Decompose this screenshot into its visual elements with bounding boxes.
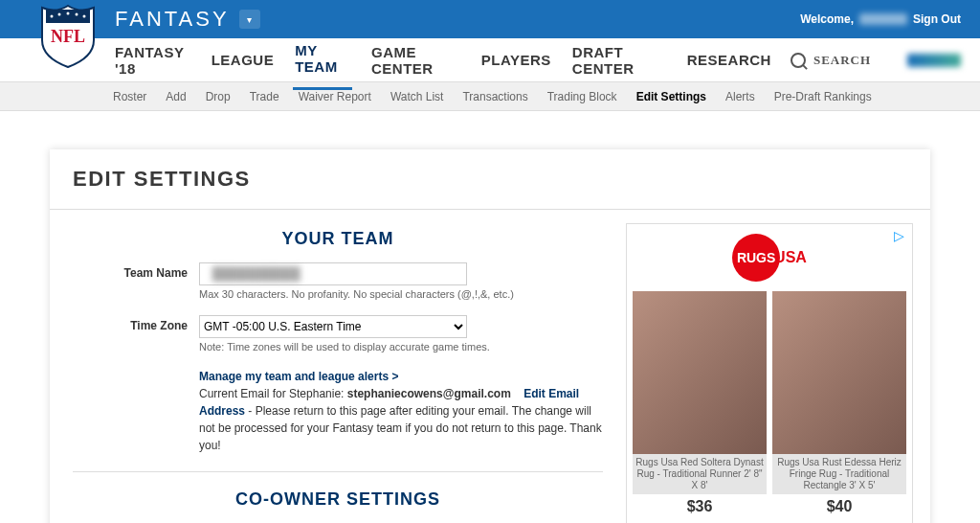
time-zone-select[interactable]: GMT -05:00 U.S. Eastern Time [199, 315, 467, 338]
ad-logo[interactable]: RUGSUSA [633, 234, 906, 282]
ad-item-2[interactable]: Rugs Usa Rust Edessa Heriz Fringe Rug - … [772, 291, 906, 515]
time-zone-label: Time Zone [73, 315, 188, 364]
svg-point-6 [83, 15, 86, 18]
card-body: YOUR TEAM Team Name ██████████ Max 30 ch… [50, 210, 930, 523]
ad-image-1 [633, 291, 767, 454]
section-co-owner: CO-OWNER SETTINGS [73, 489, 603, 510]
nav-my-team[interactable]: MY TEAM [293, 30, 352, 90]
nav-fantasy18[interactable]: FANTASY '18 [113, 32, 192, 89]
svg-point-5 [76, 13, 78, 16]
time-zone-hint: Note: Time zones will be used to display… [199, 341, 603, 352]
search-label: SEARCH [813, 53, 871, 68]
svg-point-2 [51, 15, 54, 18]
brand-dropdown-button[interactable]: ▾ [239, 10, 260, 29]
ad-price-1: $36 [633, 498, 767, 515]
svg-text:NFL: NFL [51, 27, 85, 46]
divider [73, 471, 603, 472]
ad-price-2: $40 [772, 498, 906, 515]
manage-alerts-link[interactable]: Manage my team and league alerts > [199, 368, 603, 385]
page-title: EDIT SETTINGS [50, 149, 930, 210]
nfl-shield-icon[interactable]: NFL [40, 4, 96, 69]
nav-league[interactable]: LEAGUE [210, 39, 277, 80]
search-icon [791, 53, 806, 68]
ad-image-2 [772, 291, 906, 454]
page: EDIT SETTINGS YOUR TEAM Team Name ██████… [0, 111, 980, 523]
subnav-edit-settings[interactable]: Edit Settings [636, 90, 706, 103]
settings-card: EDIT SETTINGS YOUR TEAM Team Name ██████… [50, 149, 930, 523]
welcome-label: Welcome, [800, 12, 854, 26]
subnav-roster[interactable]: Roster [113, 90, 146, 103]
nav-draft-center[interactable]: DRAFT CENTER [570, 32, 668, 89]
logo-zone: NFL [0, 0, 96, 38]
current-team-badge[interactable] [907, 54, 961, 67]
subnav-waiver-report[interactable]: Waiver Report [299, 90, 371, 103]
ad-title-1: Rugs Usa Red Soltera Dynast Rug - Tradit… [633, 454, 767, 494]
nav-research[interactable]: RESEARCH [685, 39, 773, 80]
svg-point-3 [58, 13, 61, 16]
email-info-text: Current Email for Stephanie: stephanieco… [199, 385, 603, 454]
subnav-transactions[interactable]: Transactions [462, 90, 527, 103]
sign-out-link[interactable]: Sign Out [913, 12, 961, 26]
chevron-down-icon: ▾ [247, 14, 252, 25]
search-button[interactable]: SEARCH [791, 53, 871, 68]
nav-players[interactable]: PLAYERS [479, 39, 553, 80]
ad-item-1[interactable]: Rugs Usa Red Soltera Dynast Rug - Tradit… [633, 291, 767, 515]
team-name-label: Team Name [73, 262, 188, 311]
subnav-add[interactable]: Add [166, 90, 186, 103]
subnav-watch-list[interactable]: Watch List [390, 90, 444, 103]
subnav-alerts[interactable]: Alerts [725, 90, 755, 103]
team-name-hint: Max 30 characters. No profanity. No spec… [199, 288, 603, 300]
svg-point-4 [67, 12, 70, 15]
ad-panel: ▷ RUGSUSA Rugs Usa Red Soltera Dynast Ru… [626, 223, 913, 523]
nav-game-center[interactable]: GAME CENTER [369, 32, 462, 89]
ad-title-2: Rugs Usa Rust Edessa Heriz Fringe Rug - … [772, 454, 906, 494]
section-your-team: YOUR TEAM [73, 229, 603, 249]
brand-title[interactable]: FANTASY [115, 7, 230, 32]
subnav-drop[interactable]: Drop [206, 90, 231, 103]
welcome-username [859, 13, 907, 25]
settings-panel: YOUR TEAM Team Name ██████████ Max 30 ch… [50, 210, 626, 523]
top-right: Welcome, Sign Out [800, 12, 961, 26]
ad-choices-icon[interactable]: ▷ [894, 228, 904, 243]
main-nav: FANTASY '18 LEAGUE MY TEAM GAME CENTER P… [0, 38, 980, 82]
subnav-trade[interactable]: Trade [250, 90, 279, 103]
subnav-pre-draft[interactable]: Pre-Draft Rankings [774, 90, 872, 103]
subnav-trading-block[interactable]: Trading Block [547, 90, 617, 103]
